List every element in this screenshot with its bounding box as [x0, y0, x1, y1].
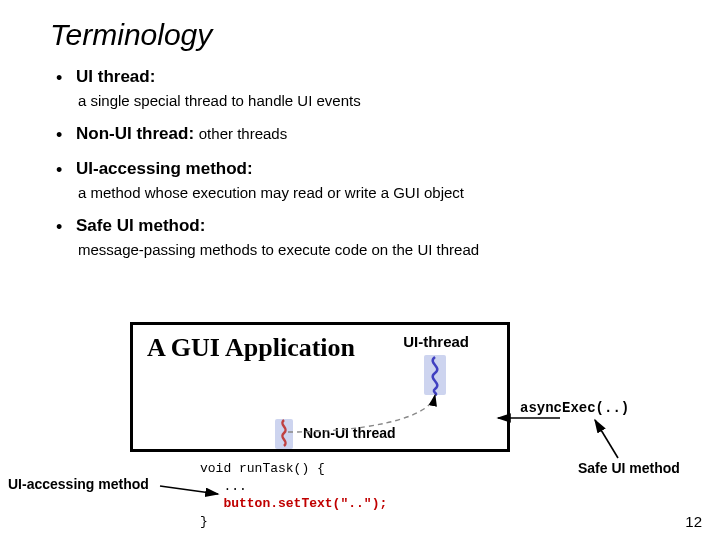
sub-ui-accessing: a method whose execution may read or wri… — [76, 183, 670, 203]
sub-nonui-thread: other threads — [199, 125, 287, 142]
diagram-box: A GUI Application UI-thread Non-UI threa… — [130, 322, 510, 452]
ui-thread-squiggle-icon — [421, 353, 451, 397]
slide: Terminology UI thread: a single special … — [0, 0, 720, 540]
page-number: 12 — [685, 513, 702, 530]
term-ui-accessing: UI-accessing method: — [76, 159, 253, 178]
term-nonui-thread: Non-UI thread: — [76, 124, 194, 143]
code-line-3a — [200, 496, 223, 511]
term-safe-ui: Safe UI method: — [76, 216, 205, 235]
code-line-2: ... — [200, 479, 247, 494]
sub-ui-thread: a single special thread to handle UI eve… — [76, 91, 670, 111]
code-line-1: void runTask() { — [200, 461, 325, 476]
nonui-thread-label: Non-UI thread — [303, 425, 396, 441]
code-snippet: void runTask() { ... button.setText(".."… — [200, 460, 387, 530]
slide-title: Terminology — [50, 18, 670, 52]
bullet-nonui-thread: Non-UI thread: other threads — [50, 123, 670, 146]
ui-accessing-method-label: UI-accessing method — [8, 476, 149, 492]
code-highlight: button.setText(".."); — [223, 496, 387, 511]
bullet-list: UI thread: a single special thread to ha… — [50, 66, 670, 261]
sub-safe-ui: message-passing methods to execute code … — [76, 240, 670, 260]
nonui-thread-squiggle-icon — [273, 417, 297, 451]
ui-thread-label: UI-thread — [403, 333, 469, 350]
bullet-ui-accessing: UI-accessing method: a method whose exec… — [50, 158, 670, 203]
code-line-4: } — [200, 514, 208, 529]
bullet-ui-thread: UI thread: a single special thread to ha… — [50, 66, 670, 111]
gui-app-title: A GUI Application — [147, 333, 355, 363]
bullet-safe-ui: Safe UI method: message-passing methods … — [50, 215, 670, 260]
safe-ui-method-label: Safe UI method — [578, 460, 680, 476]
async-exec-label: asyncExec(..) — [520, 400, 629, 416]
term-ui-thread: UI thread: — [76, 67, 155, 86]
